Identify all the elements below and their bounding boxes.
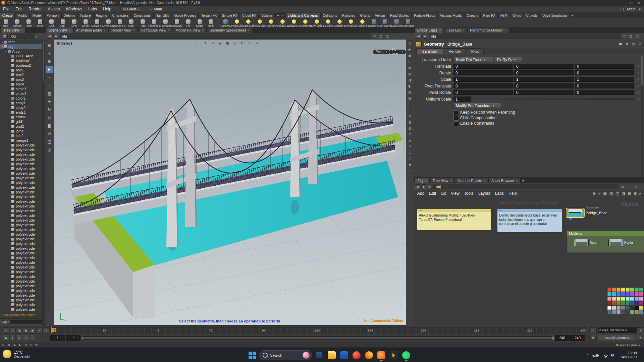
taskbar-search[interactable]: Search [259, 350, 312, 360]
menu-assets[interactable]: Assets [45, 6, 63, 12]
net-menu-edit[interactable]: Edit [427, 191, 438, 196]
folder-icon[interactable]: ◩ [428, 185, 432, 189]
move-tool-icon[interactable]: ✛ [203, 40, 208, 46]
tree-item-polyextrude[interactable]: polyextrude [0, 255, 45, 260]
modify-pretransform-dropdown[interactable]: Modify Pre-Transform▾ [453, 103, 501, 108]
tree-item-circle2[interactable]: circle2 [0, 91, 45, 96]
timeline-ruler[interactable]: 124487296120144168192216240 [50, 327, 586, 334]
scale-handle-icon[interactable]: ◇ [46, 114, 53, 121]
tree-item-polyextrude[interactable]: polyextrude [0, 260, 45, 265]
palette-swatch-26[interactable] [616, 301, 621, 305]
shelf-tab-volume[interactable]: Volume [259, 13, 275, 18]
status-icon-4[interactable]: ⊞ [23, 344, 29, 347]
param-rotate-0[interactable]: 0 [453, 70, 513, 75]
pin-icon[interactable]: ⊡ [379, 35, 383, 38]
shelf-tab-viscous-fluids[interactable]: Viscous Fluids [438, 13, 464, 18]
tree-item-polyextrude[interactable]: polyextrude [0, 227, 45, 232]
tree-item-Arco[interactable]: ▾Arco [0, 49, 45, 54]
tree-item-polyextrude[interactable]: polyextrude [0, 185, 45, 190]
param-tab-render[interactable]: Render [444, 48, 466, 54]
palette-swatch-28[interactable] [626, 301, 630, 305]
tree-item-polyextrude[interactable]: polyextrude [0, 246, 45, 251]
param-tab-misc[interactable]: Misc [467, 48, 484, 54]
tree-item-copy2[interactable]: copy2 [0, 105, 45, 110]
lighting-icon[interactable]: ▤ [407, 65, 413, 71]
palette-swatch-19[interactable] [621, 297, 625, 301]
palette-swatch-10[interactable] [616, 292, 621, 296]
tree-item-ends1[interactable]: ends1 [0, 110, 45, 115]
snap-grid-icon[interactable]: ⊞ [195, 40, 201, 46]
shelf-tab-constraints[interactable]: Constraints [131, 13, 153, 18]
start-button[interactable] [248, 351, 256, 359]
shelf-set-selector[interactable]: ✦ Main [147, 7, 164, 11]
close-icon[interactable]: × [425, 179, 427, 183]
node-input-dot[interactable] [570, 218, 572, 220]
transport-button-3[interactable]: ■ [23, 327, 29, 334]
tab-render-view[interactable]: Render View× [109, 27, 138, 33]
checkbox-enable-constraints[interactable] [453, 121, 458, 126]
forward-icon[interactable]: ▶ [421, 184, 426, 189]
tree-item-polyextrude[interactable]: polyextrude [0, 171, 45, 176]
close-icon[interactable]: × [516, 179, 518, 183]
param-translate-0[interactable]: 0 [453, 64, 513, 69]
minimize-button[interactable]: ─ [623, 1, 625, 5]
shelf-tab-guide-process[interactable]: Guide Process [172, 13, 199, 18]
param-pivot-rotate-2[interactable]: 0 [575, 90, 634, 95]
expander-icon[interactable]: ▾ [5, 50, 8, 53]
net-menu-tools[interactable]: Tools [462, 191, 476, 196]
tab-take-list[interactable]: Take List× [444, 27, 467, 33]
network-canvas[interactable]: Non-Commercial Edition Objects Alexis Gu… [414, 197, 644, 326]
info-icon[interactable]: ◎ [46, 146, 53, 154]
net-menu-add[interactable]: Add [415, 191, 427, 196]
palette-swatch-12[interactable] [626, 292, 630, 296]
net-menu-view[interactable]: View [448, 191, 462, 196]
param-tab-transform[interactable]: Transform [416, 48, 443, 54]
palette-swatch-45[interactable] [630, 310, 634, 314]
shelf-tab-lights-and-cameras[interactable]: Lights and Cameras [285, 13, 320, 18]
palette-swatch-40[interactable] [607, 310, 612, 314]
status-icon-5[interactable]: ≡ [29, 344, 34, 347]
down-icon[interactable]: ▽ [407, 143, 413, 149]
shelf-tab-wires[interactable]: Wires [510, 13, 524, 18]
sticky-note-blue[interactable]: Dentro del contenedor base se definen to… [497, 209, 562, 232]
uniform-scale-slider[interactable] [473, 99, 635, 100]
desktop-selector[interactable]: ⊞ Build ▾ [120, 6, 141, 12]
scene-viewport[interactable]: ▦ Select ⊞✛⊙◎▦◇↻●● Persp▾ No cam▾ Select… [54, 40, 406, 325]
snap-icon[interactable]: ⊙ [46, 130, 53, 137]
dot-icon[interactable]: ◦ [407, 168, 413, 173]
net-menu-go[interactable]: Go [438, 191, 448, 196]
live-dot-icon[interactable]: ● [247, 40, 252, 46]
pin-icon[interactable]: ⊡ [629, 35, 633, 38]
param-translate-1[interactable]: 0 [514, 64, 574, 69]
param-scale-2[interactable]: 1 [575, 77, 634, 82]
language-indicator[interactable]: ESP [592, 353, 599, 357]
set-key-button[interactable]: ◆ [589, 335, 597, 341]
close-icon[interactable]: × [21, 28, 23, 32]
palette-swatch-36[interactable] [626, 306, 630, 310]
tree-item-box1[interactable]: box1 [0, 68, 45, 72]
shelf-tab-fem[interactable]: FEM [498, 13, 510, 18]
keyall-menu-button[interactable]: ▾ [637, 335, 644, 341]
palette-swatch-14[interactable] [635, 292, 639, 296]
arco-node-label[interactable]: Arco [590, 241, 597, 244]
range-start-field[interactable]: 1 [66, 335, 80, 341]
tree-item-box2[interactable]: box2 [0, 72, 45, 77]
param-rotate-1[interactable]: 0 [514, 70, 574, 75]
tab-tree-view[interactable]: Tree View× [1, 27, 25, 33]
pin-icon[interactable]: ▤ [632, 42, 635, 46]
tree-item-polyextrude[interactable]: polyextrude [0, 302, 45, 307]
tab-geometry-spreadsheet[interactable]: Geometry Spreadsheet× [207, 27, 252, 33]
keys-menu-button[interactable]: ▾ [637, 327, 644, 333]
palette-swatch-29[interactable] [630, 301, 634, 305]
menu-file[interactable]: File [0, 6, 12, 12]
refresh-icon[interactable]: ↻ [623, 35, 627, 38]
punta-node-label[interactable]: Punta [624, 241, 633, 244]
shelf-tab-create[interactable]: Create [0, 13, 15, 18]
forward-icon[interactable]: ▶ [53, 34, 58, 39]
net-tab-obj[interactable]: /obj× [415, 178, 430, 183]
transport-toggle-4[interactable]: + [30, 335, 36, 341]
taskbar-weather-widget[interactable]: 15°C Despejado [3, 350, 30, 358]
tray-chevron-icon[interactable]: ^ [587, 353, 589, 357]
tree-item-grid1[interactable]: grid1 [0, 119, 45, 124]
param-pivot-rotate-0[interactable]: 0 [453, 90, 513, 95]
